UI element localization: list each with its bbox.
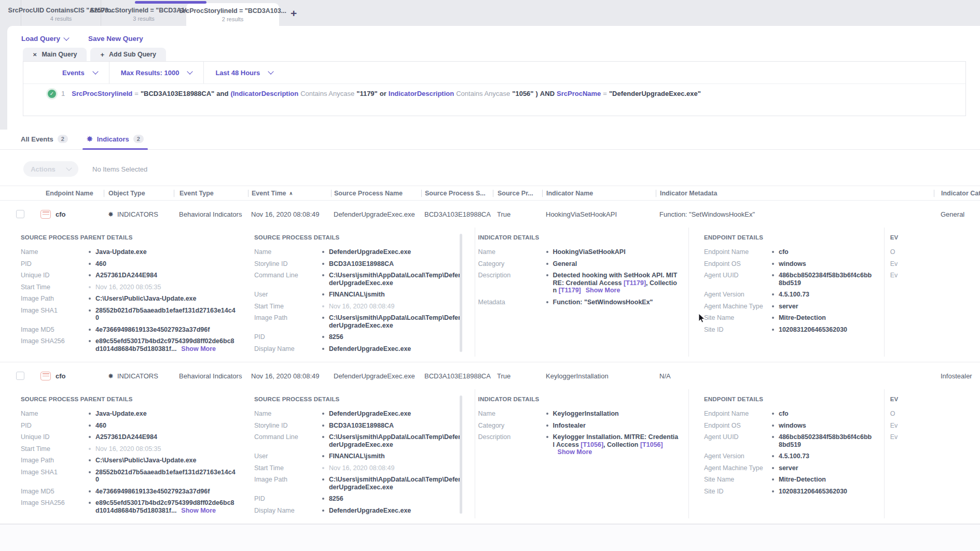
field-label: O xyxy=(890,248,958,256)
field-label: Image SHA256 xyxy=(21,337,89,352)
table-row[interactable]: cfo ✸ INDICATORS Behavioral Indicators N… xyxy=(0,201,980,228)
field-value-part: [T1179] xyxy=(559,287,581,294)
sort-asc-icon[interactable]: ∧ xyxy=(289,191,293,196)
field-value-part: A257361DA244E984 xyxy=(95,433,157,441)
field-value: Nov 16, 2020 08:08:49 xyxy=(329,464,404,472)
row-checkbox[interactable] xyxy=(16,372,24,380)
field-label: Site Name xyxy=(704,476,772,484)
field-value-part: windows xyxy=(779,422,806,429)
bullet-icon xyxy=(772,305,774,307)
field-value: DefenderUpgradeExec.exe xyxy=(329,507,420,515)
close-icon[interactable]: ✕ xyxy=(33,52,37,58)
detail-panel-title: EV xyxy=(890,234,980,241)
bullet-icon xyxy=(322,274,324,276)
field-label: Command Line xyxy=(254,272,322,287)
detail-field: Unique ID A257361DA244E984 xyxy=(21,433,245,441)
field-label: Endpoint OS xyxy=(704,422,772,430)
detail-field: Agent UUID 486bcb8502384f58b3b6f4c6bb8bd… xyxy=(704,272,884,287)
detail-field: O xyxy=(890,248,980,256)
bullet-icon xyxy=(322,336,324,338)
field-value-part: 460 xyxy=(95,260,106,267)
field-value-part: 4e73669498619133e45027923a37d96f xyxy=(95,488,210,495)
query-builder-section: Load Query Save New Query ✕ Main Query +… xyxy=(0,26,980,130)
panel-scrollbar[interactable] xyxy=(460,234,462,352)
indicator-name: KeyloggerInstallation xyxy=(542,372,656,380)
detail-panel: SOURCE PROCESS DETAILS Name DefenderUpgr… xyxy=(245,228,475,357)
show-more-link[interactable]: Show More xyxy=(558,448,592,456)
field-value: Nov 16, 2020 08:05:35 xyxy=(95,445,171,453)
max-results-dropdown[interactable]: Max Results: 1000 xyxy=(109,62,204,83)
field-value: Function: "SetWindowsHookEx" xyxy=(553,299,662,306)
detail-field: Site Name Mitre-Detection xyxy=(704,314,884,322)
query-valid-icon: ✓ xyxy=(48,90,56,98)
field-value-part: cfo xyxy=(779,248,789,256)
detail-field: Unique ID A257361DA244E984 xyxy=(21,272,245,279)
bullet-icon xyxy=(89,286,91,288)
new-tab-button[interactable]: + xyxy=(291,8,297,19)
detail-field: Image SHA1 28552b021d7b5aaeadb1efaef131d… xyxy=(21,307,245,322)
detail-field: PID 460 xyxy=(21,260,245,268)
actions-row: Actions No Items Selected xyxy=(23,161,980,177)
field-value: Java-Update.exe xyxy=(95,410,156,418)
column-header[interactable]: Source Process S... xyxy=(421,190,493,197)
main-query-tab[interactable]: ✕ Main Query xyxy=(23,48,87,61)
actions-button[interactable]: Actions xyxy=(23,161,78,177)
bullet-icon xyxy=(322,436,324,438)
add-sub-query-tab[interactable]: + Add Sub Query xyxy=(90,48,166,61)
field-value-part: KeyloggerInstallation xyxy=(553,410,619,417)
field-value-part: server xyxy=(779,464,798,472)
query-text[interactable]: SrcProcStorylineId="BCD3A103E18988CA"and… xyxy=(72,89,955,98)
field-value-part: Nov 16, 2020 08:08:49 xyxy=(329,303,395,310)
column-header[interactable]: Indicator Metadata xyxy=(656,190,934,197)
column-header[interactable]: Indicator Name xyxy=(542,190,656,197)
endpoint-icon xyxy=(40,372,51,380)
query-segment: "DefenderUpgradeExec.exe" xyxy=(609,90,701,97)
events-dropdown[interactable]: Events xyxy=(51,62,109,83)
column-header[interactable]: Event Type xyxy=(174,190,248,197)
table-row[interactable]: cfo ✸ INDICATORS Behavioral Indicators N… xyxy=(0,362,980,389)
bullet-icon xyxy=(322,413,324,415)
field-label: Ev xyxy=(890,260,958,268)
event-type: Behavioral Indicators xyxy=(174,210,248,218)
field-label: Agent Machine Type xyxy=(704,303,772,310)
row-checkbox[interactable] xyxy=(16,210,24,218)
query-segment: AND xyxy=(540,90,555,97)
detail-field: Metadata Function: "SetWindowsHookEx" xyxy=(478,299,688,306)
query-tab[interactable]: SrcProcStorylineId = "BCD3A103... 3 resu… xyxy=(101,0,186,26)
field-value: BCD3A103E18988CA xyxy=(329,260,403,268)
column-header[interactable]: Source Process Name xyxy=(331,190,421,197)
field-value-part: 28552b021d7b5aaeadb1efaef131d27163e14c40 xyxy=(95,307,236,322)
save-new-query-button[interactable]: Save New Query xyxy=(88,35,143,43)
column-header[interactable]: Indicator Category xyxy=(934,190,980,197)
query-tab[interactable]: SrcProcUID ContainsCIS "A2573... 4 resul… xyxy=(21,0,101,26)
query-input-row[interactable]: ✓ 1 SrcProcStorylineId="BCD3A103E18988CA… xyxy=(48,89,955,98)
time-range-dropdown[interactable]: Last 48 Hours xyxy=(204,62,284,83)
column-header[interactable]: Endpoint Name xyxy=(32,190,104,197)
field-value: C:\Users\jsmith\AppData\Local\Temp\Defen… xyxy=(329,476,475,491)
detail-field: Image Path C:\Users\Public\Java-Update.e… xyxy=(21,295,245,303)
detail-field: Image SHA256 e89c55efd53017b4bd2c9754399… xyxy=(21,337,245,352)
column-header[interactable]: Object Type xyxy=(104,190,174,197)
detail-field: Site Name Mitre-Detection xyxy=(704,476,884,484)
field-value: cfo xyxy=(779,410,798,418)
bullet-icon xyxy=(546,425,548,427)
load-query-button[interactable]: Load Query xyxy=(21,35,68,43)
field-label: Storyline ID xyxy=(254,422,322,430)
field-value: 4.5.100.73 xyxy=(779,453,819,460)
field-label: Name xyxy=(478,248,546,256)
field-value: DefenderUpgradeExec.exe xyxy=(329,248,420,256)
results-tab[interactable]: All Events 2 xyxy=(21,135,68,149)
show-more-link[interactable]: Show More xyxy=(586,287,620,294)
event-time: Nov 16, 2020 08:08:49 xyxy=(248,210,331,218)
results-tab[interactable]: ✸ Indicators 2 xyxy=(87,135,144,149)
query-tab[interactable]: SrcProcStorylineId = "BCD3A103... 2 resu… xyxy=(186,3,279,26)
max-results-label: Max Results: 1000 xyxy=(121,69,180,77)
column-header[interactable]: Source Pr... xyxy=(493,190,542,197)
column-header[interactable]: Event Time ∧ xyxy=(248,190,331,197)
show-more-link[interactable]: Show More xyxy=(181,507,216,514)
panel-scrollbar[interactable] xyxy=(460,395,462,514)
field-value-part: Nov 16, 2020 08:08:49 xyxy=(329,464,395,472)
show-more-link[interactable]: Show More xyxy=(181,345,216,352)
field-label: Agent Version xyxy=(704,291,772,299)
bullet-icon xyxy=(89,502,91,504)
